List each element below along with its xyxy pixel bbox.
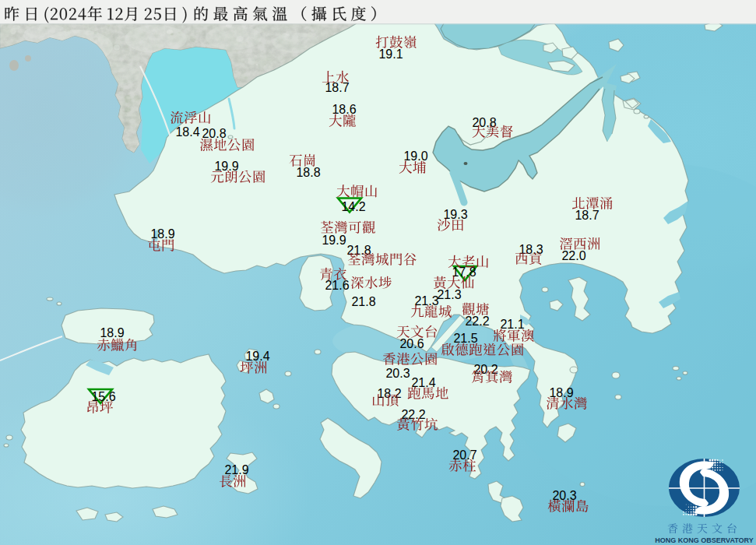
svg-text:22.0: 22.0 <box>561 249 585 262</box>
svg-text:21.3: 21.3 <box>414 294 438 308</box>
svg-text:20.3: 20.3 <box>552 489 576 502</box>
svg-text:18.4: 18.4 <box>175 125 199 139</box>
svg-text:19.4: 19.4 <box>245 350 269 363</box>
svg-text:14.2: 14.2 <box>341 200 365 213</box>
svg-text:21.9: 21.9 <box>224 463 248 476</box>
svg-text:18.9: 18.9 <box>549 386 573 399</box>
svg-text:20.7: 20.7 <box>452 448 476 462</box>
svg-text:22.2: 22.2 <box>465 315 489 328</box>
svg-text:18.7: 18.7 <box>325 81 349 94</box>
svg-text:19.0: 19.0 <box>403 149 427 163</box>
svg-text:21.5: 21.5 <box>453 332 477 345</box>
svg-text:18.8: 18.8 <box>296 166 320 179</box>
svg-text:18.9: 18.9 <box>150 227 174 241</box>
svg-text:15.6: 15.6 <box>91 390 115 403</box>
svg-text:19.9: 19.9 <box>214 160 238 173</box>
svg-text:20.6: 20.6 <box>399 337 424 350</box>
svg-text:18.6: 18.6 <box>332 103 356 116</box>
svg-text:21.6: 21.6 <box>325 279 349 292</box>
svg-text:19.9: 19.9 <box>322 234 346 247</box>
svg-text:18.7: 18.7 <box>575 209 599 222</box>
svg-text:HONG KONG OBSERVATORY: HONG KONG OBSERVATORY <box>655 536 754 544</box>
svg-text:18.9: 18.9 <box>100 326 124 339</box>
svg-text:20.3: 20.3 <box>385 367 410 380</box>
svg-text:20.8: 20.8 <box>472 116 496 129</box>
svg-text:21.1: 21.1 <box>500 318 524 331</box>
svg-text:18.2: 18.2 <box>377 387 401 400</box>
svg-text:21.8: 21.8 <box>351 295 375 308</box>
svg-text:19.3: 19.3 <box>443 208 467 221</box>
svg-text:20.8: 20.8 <box>202 127 226 140</box>
svg-text:19.1: 19.1 <box>378 47 403 61</box>
svg-text:21.3: 21.3 <box>437 288 461 301</box>
svg-text:18.3: 18.3 <box>519 243 543 256</box>
